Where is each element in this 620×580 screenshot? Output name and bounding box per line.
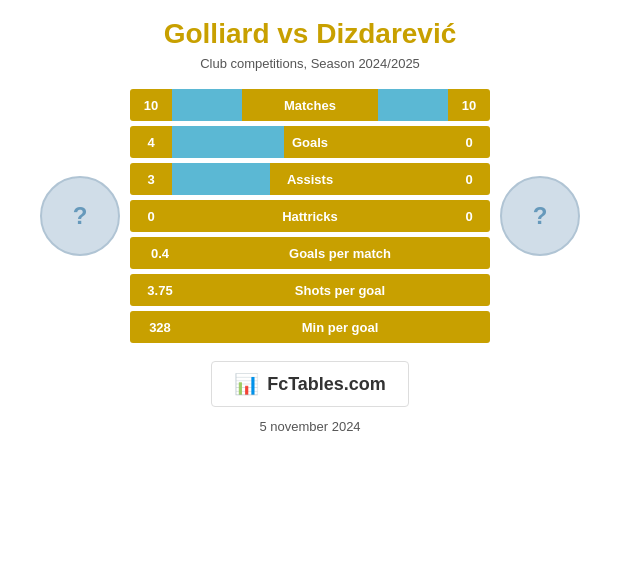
bar-left-val-matches: 10 [130,98,172,113]
bar-single-label-shots-per-goal: Shots per goal [190,283,490,298]
bar-row-goals: 4Goals0 [130,126,490,158]
page-title: Golliard vs Dizdarević [164,18,457,50]
logo-icon: 📊 [234,372,259,396]
bar-single-label-goals-per-match: Goals per match [190,246,490,261]
stats-section: ? 10Matches104Goals03Assists00Hattricks0… [10,89,610,343]
left-avatar-circle: ? [40,176,120,256]
main-container: Golliard vs Dizdarević Club competitions… [0,0,620,580]
bar-single-val-shots-per-goal: 3.75 [130,283,190,298]
left-avatar-icon: ? [73,202,88,230]
page-subtitle: Club competitions, Season 2024/2025 [200,56,420,71]
bar-right-val-goals: 0 [448,135,490,150]
bar-left-val-goals: 4 [130,135,172,150]
bar-label-goals: Goals [172,135,448,150]
bar-right-val-assists: 0 [448,172,490,187]
bar-left-val-hattricks: 0 [130,209,172,224]
bar-row-matches: 10Matches10 [130,89,490,121]
bar-row-assists: 3Assists0 [130,163,490,195]
logo-box: 📊 FcTables.com [211,361,409,407]
date-text: 5 november 2024 [259,419,360,434]
right-avatar-icon: ? [533,202,548,230]
bar-single-label-min-per-goal: Min per goal [190,320,490,335]
bar-single-val-min-per-goal: 328 [130,320,190,335]
bar-row-shots-per-goal: 3.75Shots per goal [130,274,490,306]
bar-label-hattricks: Hattricks [172,209,448,224]
right-avatar: ? [490,176,590,256]
bars-container: 10Matches104Goals03Assists00Hattricks00.… [130,89,490,343]
bar-row-goals-per-match: 0.4Goals per match [130,237,490,269]
right-avatar-circle: ? [500,176,580,256]
bar-row-min-per-goal: 328Min per goal [130,311,490,343]
logo-text: FcTables.com [267,374,386,395]
left-avatar: ? [30,176,130,256]
bar-row-hattricks: 0Hattricks0 [130,200,490,232]
bar-label-assists: Assists [172,172,448,187]
bar-label-matches: Matches [172,98,448,113]
bar-left-val-assists: 3 [130,172,172,187]
bar-right-val-hattricks: 0 [448,209,490,224]
bar-single-val-goals-per-match: 0.4 [130,246,190,261]
bar-right-val-matches: 10 [448,98,490,113]
